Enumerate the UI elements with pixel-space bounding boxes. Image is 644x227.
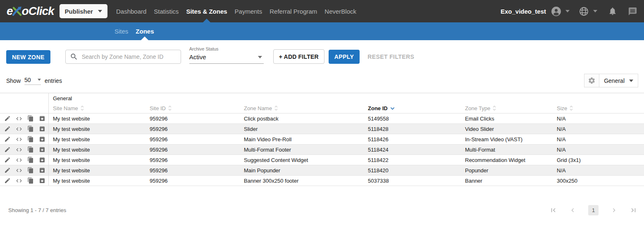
column-header-site-name[interactable]: Site Name — [49, 105, 145, 111]
archive-box-icon — [39, 146, 45, 153]
duplicate-zone-button[interactable] — [27, 136, 34, 142]
notifications-button[interactable] — [608, 7, 617, 16]
get-code-button[interactable] — [16, 177, 22, 184]
archive-zone-button[interactable] — [39, 167, 45, 174]
get-code-button[interactable] — [16, 136, 22, 142]
edit-zone-button[interactable] — [4, 126, 11, 132]
zone-search-input[interactable] — [82, 53, 177, 60]
main-nav: Dashboard Statistics Sites & Zones Payme… — [116, 0, 357, 22]
exoclick-logo[interactable]: e oClick — [7, 5, 54, 18]
nav-item-payments[interactable]: Payments — [234, 0, 263, 22]
cell-site-name: My test website — [49, 157, 145, 163]
table-footer: Showing 1 - 7 / 7 entries 1 — [0, 205, 644, 215]
cell-site-id: 959296 — [145, 136, 240, 142]
archive-zone-button[interactable] — [39, 177, 45, 184]
reset-filters-button[interactable]: RESET FILTERS — [367, 50, 414, 64]
get-code-button[interactable] — [16, 115, 22, 122]
role-selector-dropdown[interactable]: Publisher — [60, 4, 107, 18]
archive-status-label: Archive Status — [189, 46, 264, 51]
edit-zone-button[interactable] — [4, 167, 11, 174]
page-size-value: 50 — [24, 77, 31, 83]
sort-desc-icon — [390, 106, 395, 111]
column-header-site-id[interactable]: Site ID — [145, 105, 240, 111]
get-code-button[interactable] — [16, 157, 22, 163]
top-navbar: e oClick Publisher Dashboard Statistics … — [0, 0, 644, 22]
nav-item-referral-program[interactable]: Referral Program — [269, 0, 317, 22]
account-name[interactable]: Exo_video_test — [501, 8, 546, 15]
edit-zone-button[interactable] — [4, 177, 11, 184]
table-row: My test website 959296 Main Video Pre-Ro… — [0, 134, 644, 145]
duplicate-zone-button[interactable] — [27, 167, 34, 174]
duplicate-zone-button[interactable] — [27, 157, 34, 163]
section-tabs-bar: Sites Zones — [0, 22, 644, 40]
messages-button[interactable] — [628, 7, 637, 16]
duplicate-zone-button[interactable] — [27, 126, 34, 132]
cell-site-id: 959296 — [145, 178, 240, 184]
nav-item-neverblock[interactable]: NeverBlock — [324, 0, 357, 22]
cell-site-name: My test website — [49, 126, 145, 132]
cell-zone-type: Banner — [461, 178, 553, 184]
cell-zone-type: Popunder — [461, 167, 553, 174]
get-code-button[interactable] — [16, 126, 22, 132]
cell-zone-id: 5118428 — [364, 126, 461, 132]
chevron-down-icon — [593, 10, 597, 12]
archive-zone-button[interactable] — [39, 126, 45, 132]
archive-zone-button[interactable] — [39, 146, 45, 153]
column-header-zone-id[interactable]: Zone ID — [364, 105, 461, 111]
zone-search-box[interactable] — [65, 50, 181, 64]
archive-status-field: Archive Status Active — [189, 46, 264, 64]
get-code-button[interactable] — [16, 146, 22, 153]
nav-item-sites-zones[interactable]: Sites & Zones — [186, 0, 227, 22]
duplicate-zone-button[interactable] — [27, 115, 34, 122]
group-header-label: General — [49, 95, 145, 101]
apply-button[interactable]: APPLY — [329, 50, 360, 64]
nav-item-dashboard[interactable]: Dashboard — [116, 0, 147, 22]
column-header-zone-type[interactable]: Zone Type — [461, 105, 553, 111]
cell-size: 300x250 — [553, 178, 644, 184]
edit-zone-button[interactable] — [4, 146, 11, 153]
account-menu-button[interactable] — [551, 6, 570, 17]
table-settings-button[interactable] — [584, 74, 599, 87]
edit-zone-button[interactable] — [4, 157, 11, 163]
edit-zone-button[interactable] — [4, 115, 11, 122]
cell-zone-type: Email Clicks — [461, 116, 553, 122]
add-filter-button[interactable]: + ADD FILTER — [273, 49, 324, 64]
cell-size: N/A — [553, 147, 644, 153]
cell-zone-name: Multi-Format Footer — [240, 147, 364, 153]
tab-zones[interactable]: Zones — [136, 22, 154, 40]
archive-box-icon — [39, 167, 45, 174]
column-view-selector[interactable]: General — [584, 74, 638, 87]
last-page-button[interactable] — [630, 206, 637, 214]
new-zone-button[interactable]: NEW ZONE — [6, 50, 50, 64]
archive-zone-button[interactable] — [39, 136, 45, 142]
duplicate-copy-icon — [27, 157, 34, 163]
next-page-button[interactable] — [610, 206, 618, 214]
table-row: My test website 959296 Click postback 51… — [0, 114, 644, 124]
previous-page-button[interactable] — [569, 206, 577, 214]
page-size-select[interactable]: 50 — [24, 77, 41, 85]
get-code-button[interactable] — [16, 167, 22, 174]
language-menu-button[interactable] — [579, 6, 597, 17]
gear-icon — [588, 77, 596, 85]
code-brackets-icon — [16, 115, 22, 122]
archive-status-select[interactable]: Active — [189, 53, 264, 64]
archive-zone-button[interactable] — [39, 157, 45, 163]
tab-sites[interactable]: Sites — [114, 22, 128, 40]
archive-zone-button[interactable] — [39, 115, 45, 122]
column-header-size[interactable]: Size — [553, 105, 644, 111]
edit-pencil-icon — [4, 126, 11, 132]
archive-box-icon — [39, 177, 45, 184]
code-brackets-icon — [16, 157, 22, 164]
row-actions — [0, 155, 49, 165]
archive-box-icon — [39, 126, 45, 132]
duplicate-zone-button[interactable] — [27, 177, 34, 184]
duplicate-zone-button[interactable] — [27, 146, 34, 153]
first-page-button[interactable] — [549, 206, 557, 214]
nav-item-statistics[interactable]: Statistics — [153, 0, 179, 22]
edit-zone-button[interactable] — [4, 136, 11, 142]
code-brackets-icon — [16, 146, 22, 153]
column-header-zone-name[interactable]: Zone Name — [240, 105, 364, 111]
current-page-button[interactable]: 1 — [588, 205, 599, 215]
cell-size: N/A — [553, 126, 644, 132]
sort-icon — [570, 105, 573, 111]
